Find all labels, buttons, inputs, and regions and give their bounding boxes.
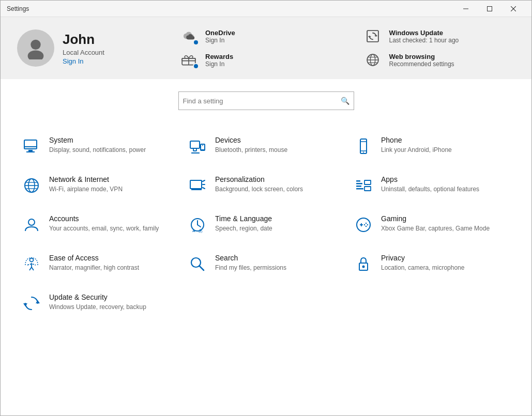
search-box: 🔍	[178, 91, 354, 110]
update-desc: Windows Update, recovery, backup	[49, 303, 146, 312]
search-settings-text: Search Find my files, permissions	[215, 254, 286, 272]
system-name: System	[49, 136, 146, 144]
svg-line-50	[197, 225, 201, 227]
svg-point-30	[363, 152, 364, 153]
close-button[interactable]	[501, 1, 525, 17]
gaming-name: Gaming	[381, 214, 490, 223]
search-settings-desc: Find my files, permissions	[215, 264, 286, 272]
profile-account-type: Local Account	[63, 49, 104, 56]
services-grid: OneDrive Sign In Windows Update Last che…	[178, 27, 515, 69]
search-settings-icon	[187, 254, 208, 274]
svg-point-5	[28, 50, 44, 59]
gaming-desc: Xbox Game Bar, captures, Game Mode	[381, 224, 490, 233]
time-setting[interactable]: A あ Time & Language Speech, region, date	[183, 205, 349, 244]
network-setting[interactable]: Network & Internet Wi-Fi, airplane mode,…	[17, 166, 183, 205]
profile-info: John Local Account Sign In	[63, 32, 104, 65]
search-settings-item[interactable]: Search Find my files, permissions	[183, 244, 349, 284]
gaming-text: Gaming Xbox Game Bar, captures, Game Mod…	[381, 214, 490, 233]
personalization-setting[interactable]: Personalization Background, lock screen,…	[183, 166, 349, 205]
onedrive-service[interactable]: OneDrive Sign In	[178, 27, 331, 45]
system-setting[interactable]: System Display, sound, notifications, po…	[17, 127, 183, 166]
svg-marker-8	[368, 36, 371, 38]
web-browsing-service[interactable]: Web browsing Recommended settings	[362, 51, 515, 69]
ease-name: Ease of Access	[49, 254, 139, 262]
rewards-service[interactable]: Rewards Sign In	[178, 51, 331, 69]
svg-rect-23	[193, 148, 196, 151]
svg-rect-0	[463, 8, 468, 9]
svg-rect-24	[201, 149, 204, 150]
svg-point-67	[362, 266, 365, 268]
svg-rect-45	[364, 180, 371, 184]
windows-update-service[interactable]: Windows Update Last checked: 1 hour ago	[362, 27, 515, 45]
svg-rect-46	[364, 187, 371, 191]
ease-icon	[21, 254, 42, 274]
search-container: 🔍	[1, 79, 531, 122]
title-bar: Settings	[1, 1, 531, 17]
svg-marker-68	[36, 300, 40, 303]
ease-setting[interactable]: Ease of Access Narrator, magnifier, high…	[17, 244, 183, 284]
system-icon	[21, 136, 42, 157]
svg-point-60	[30, 258, 34, 262]
svg-point-4	[31, 40, 40, 50]
maximize-button[interactable]	[478, 1, 501, 17]
system-desc: Display, sound, notifications, power	[49, 146, 146, 155]
update-text: Update & Security Windows Update, recove…	[49, 293, 146, 312]
system-text: System Display, sound, notifications, po…	[49, 136, 146, 155]
svg-line-63	[32, 267, 34, 270]
apps-name: Apps	[381, 175, 479, 183]
svg-rect-18	[28, 150, 33, 151]
onedrive-sub: Sign In	[205, 37, 235, 44]
apps-desc: Uninstall, defaults, optional features	[381, 185, 479, 194]
onedrive-text: OneDrive Sign In	[205, 29, 235, 44]
update-icon	[21, 293, 42, 314]
search-input[interactable]	[183, 97, 341, 105]
network-text: Network & Internet Wi-Fi, airplane mode,…	[49, 175, 123, 194]
devices-name: Devices	[215, 136, 287, 144]
time-name: Time & Language	[215, 214, 272, 223]
time-desc: Speech, region, date	[215, 224, 272, 233]
apps-icon	[353, 175, 374, 196]
profile-signin-link[interactable]: Sign In	[63, 57, 104, 65]
personalization-text: Personalization Background, lock screen,…	[215, 175, 303, 194]
svg-rect-36	[190, 180, 202, 189]
update-setting[interactable]: Update & Security Windows Update, recove…	[17, 284, 183, 323]
svg-point-56	[366, 223, 367, 224]
window-title: Settings	[7, 5, 454, 12]
svg-rect-17	[24, 140, 37, 149]
svg-line-65	[200, 266, 204, 271]
window-controls	[454, 1, 525, 17]
svg-rect-27	[360, 139, 367, 153]
rewards-text: Rewards Sign In	[205, 53, 233, 68]
phone-setting[interactable]: Phone Link your Android, iPhone	[349, 127, 515, 166]
avatar	[17, 29, 54, 67]
rewards-dot	[193, 63, 199, 69]
svg-rect-42	[356, 183, 362, 184]
gaming-setting[interactable]: Gaming Xbox Game Bar, captures, Game Mod…	[349, 205, 515, 244]
main-content: 🔍 System Display, sound, notifications, …	[1, 79, 531, 416]
minimize-button[interactable]	[454, 1, 478, 17]
privacy-name: Privacy	[381, 254, 464, 262]
privacy-text: Privacy Location, camera, microphone	[381, 254, 464, 272]
ease-text: Ease of Access Narrator, magnifier, high…	[49, 254, 139, 272]
accounts-setting[interactable]: Accounts Your accounts, email, sync, wor…	[17, 205, 183, 244]
personalization-desc: Background, lock screen, colors	[215, 185, 303, 194]
profile-name: John	[63, 32, 104, 48]
svg-rect-44	[356, 188, 363, 190]
svg-rect-21	[190, 141, 200, 148]
svg-rect-19	[26, 151, 35, 152]
privacy-setting[interactable]: Privacy Location, camera, microphone	[349, 244, 515, 284]
time-text: Time & Language Speech, region, date	[215, 214, 272, 233]
web-browsing-icon	[362, 51, 383, 69]
svg-text:A: A	[192, 228, 195, 233]
apps-setting[interactable]: Apps Uninstall, defaults, optional featu…	[349, 166, 515, 205]
onedrive-dot	[193, 39, 199, 45]
svg-rect-43	[356, 186, 361, 187]
svg-rect-41	[356, 180, 360, 182]
accounts-icon	[21, 214, 42, 235]
svg-rect-26	[191, 152, 200, 153]
svg-point-47	[28, 219, 35, 225]
windows-update-icon	[362, 27, 383, 45]
svg-rect-1	[488, 6, 492, 11]
apps-text: Apps Uninstall, defaults, optional featu…	[381, 175, 479, 194]
devices-setting[interactable]: Devices Bluetooth, printers, mouse	[183, 127, 349, 166]
